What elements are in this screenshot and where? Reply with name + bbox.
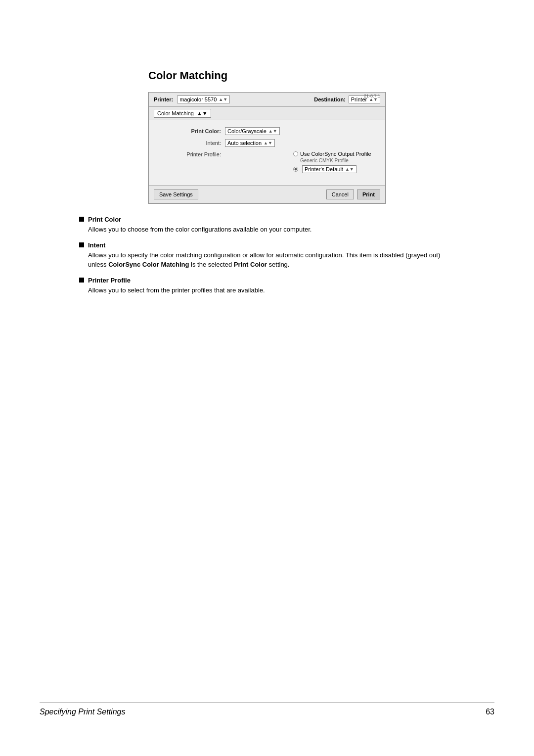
print-color-arrows: ▲▼ [268, 129, 277, 134]
printer-label: Printer: [154, 96, 173, 102]
radio-printers-default-circle[interactable] [293, 167, 298, 172]
bullet-intent-body: Allows you to specify the color matching… [88, 250, 455, 270]
panel-value: Color Matching [157, 110, 194, 116]
panel-select[interactable]: Color Matching ▲▼ [154, 109, 211, 118]
bullet-intent-header: Intent [79, 241, 455, 249]
bullet-printer-profile: Printer Profile Allows you to select fro… [79, 277, 455, 295]
radio-colorsync: Use ColorSync Output Profile [293, 151, 371, 157]
printer-profile-row: Printer Profile: Use ColorSync Output Pr… [157, 151, 377, 174]
radio-colorsync-label: Use ColorSync Output Profile [300, 151, 371, 157]
printer-value: magicolor 5570 [179, 96, 217, 102]
printer-row: Printer: magicolor 5570 ▲▼ [154, 95, 230, 103]
dialog-header: 21-8.7.1 Printer: magicolor 5570 ▲▼ Dest… [149, 93, 385, 106]
bullet-intent-title: Intent [88, 241, 105, 249]
intent-value: Auto selection [227, 140, 262, 146]
footer-title: Specifying Print Settings [40, 708, 125, 716]
bullet-square-2 [79, 242, 84, 247]
footer-buttons: Cancel Print [326, 189, 380, 199]
footer-page-number: 63 [486, 708, 494, 716]
page-title: Color Matching [148, 69, 494, 82]
print-color-row: Print Color: Color/Grayscale ▲▼ [157, 127, 377, 135]
dialog-box: 21-8.7.1 Printer: magicolor 5570 ▲▼ Dest… [148, 92, 386, 204]
cancel-button[interactable]: Cancel [326, 189, 354, 199]
intent-label: Intent: [157, 140, 221, 146]
bullet-printer-profile-header: Printer Profile [79, 277, 455, 284]
print-color-label: Print Color: [157, 128, 221, 134]
printers-default-arrows: ▲▼ [345, 167, 354, 172]
bullet-printer-profile-body: Allows you to select from the printer pr… [88, 285, 455, 295]
bullet-print-color-body: Allows you to choose from the color conf… [88, 225, 455, 235]
bullet-intent: Intent Allows you to specify the color m… [79, 241, 455, 270]
save-settings-button[interactable]: Save Settings [154, 189, 198, 199]
print-color-bold: Print Color [234, 261, 267, 268]
printers-default-select[interactable]: Printer's Default ▲▼ [302, 165, 356, 173]
radio-printers-default: Printer's Default ▲▼ [293, 165, 371, 173]
bullet-print-color-header: Print Color [79, 216, 455, 223]
page-footer: Specifying Print Settings 63 [40, 702, 494, 716]
bullet-square-3 [79, 278, 84, 283]
dialog-footer: Save Settings Cancel Print [149, 185, 385, 203]
print-color-select[interactable]: Color/Grayscale ▲▼ [225, 127, 280, 135]
intent-select[interactable]: Auto selection ▲▼ [225, 139, 275, 147]
dialog-body: Print Color: Color/Grayscale ▲▼ Intent: … [149, 120, 385, 185]
generic-profile-text: Generic CMYK Profile [300, 158, 371, 163]
panel-row: Color Matching ▲▼ [149, 106, 385, 120]
dialog-version: 21-8.7.1 [364, 94, 380, 98]
print-button[interactable]: Print [357, 189, 380, 199]
bullet-square-1 [79, 217, 84, 222]
content-section: Print Color Allows you to choose from th… [79, 216, 455, 295]
intent-row: Intent: Auto selection ▲▼ [157, 139, 377, 147]
print-color-value: Color/Grayscale [227, 128, 267, 134]
panel-arrows: ▲▼ [197, 110, 208, 116]
printer-select[interactable]: magicolor 5570 ▲▼ [177, 95, 230, 103]
printer-arrows: ▲▼ [219, 97, 227, 102]
printer-profile-section: Use ColorSync Output Profile Generic CMY… [293, 151, 371, 174]
colorsync-bold: ColorSync Color Matching [108, 261, 189, 268]
intent-arrows: ▲▼ [264, 141, 272, 145]
bullet-print-color: Print Color Allows you to choose from th… [79, 216, 455, 235]
bullet-print-color-title: Print Color [88, 216, 121, 223]
printers-default-value: Printer's Default [305, 166, 343, 172]
destination-label: Destination: [314, 96, 346, 102]
printer-profile-label: Printer Profile: [157, 151, 221, 157]
radio-colorsync-circle[interactable] [293, 151, 298, 156]
bullet-printer-profile-title: Printer Profile [88, 277, 131, 284]
